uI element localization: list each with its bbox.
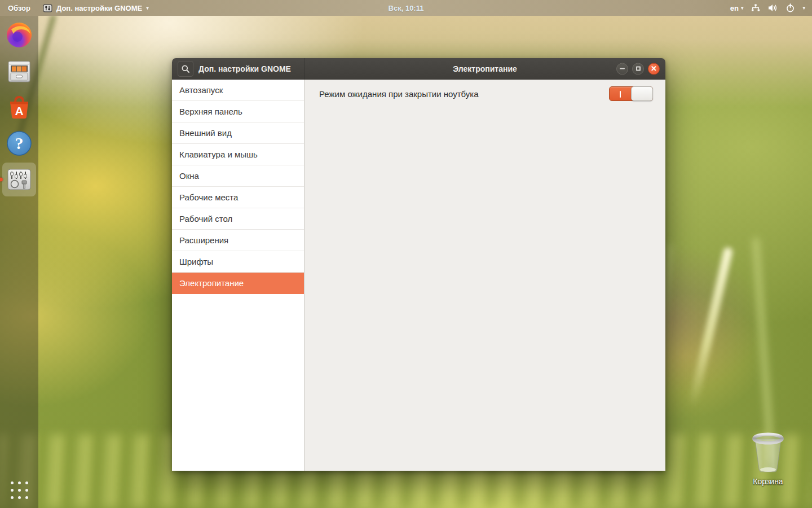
sidebar-item-windows[interactable]: Окна <box>172 165 304 187</box>
chevron-down-icon: ▾ <box>741 5 744 11</box>
power-settings-panel: Режим ожидания при закрытии ноутбука <box>304 80 665 471</box>
search-button[interactable] <box>178 61 193 77</box>
gnome-tweaks-icon <box>6 166 33 193</box>
sidebar-item-fonts[interactable]: Шрифты <box>172 251 304 273</box>
sidebar-item-power[interactable]: Электропитание <box>172 273 304 294</box>
system-menu-chevron-icon[interactable]: ▾ <box>802 5 805 11</box>
app-menu-button[interactable]: Доп. настройки GNOME ▾ <box>43 3 149 13</box>
network-icon[interactable] <box>751 3 761 13</box>
dock-item-firefox[interactable] <box>2 18 36 52</box>
chevron-down-icon: ▾ <box>146 5 149 11</box>
window-controls: ✕ <box>616 63 660 75</box>
window-body: Автозапуск Верхняя панель Внешний вид Кл… <box>172 80 665 471</box>
sidebar-item-desktop[interactable]: Рабочий стол <box>172 208 304 230</box>
suspend-on-lid-close-toggle[interactable] <box>609 86 653 101</box>
titlebar-left-pane: Доп. настройки GNOME <box>172 58 304 79</box>
dock-item-help[interactable]: ? <box>2 126 36 160</box>
trash-icon <box>748 432 788 475</box>
sidebar-item-autostart[interactable]: Автозапуск <box>172 80 304 101</box>
top-bar-left: Обзор Доп. настройки GNOME ▾ <box>0 3 149 13</box>
files-icon <box>6 58 33 85</box>
setting-row: Режим ожидания при закрытии ноутбука <box>304 80 665 108</box>
power-icon[interactable] <box>785 3 795 13</box>
sidebar: Автозапуск Верхняя панель Внешний вид Кл… <box>172 80 304 471</box>
apps-grid-icon <box>11 481 28 499</box>
activities-button[interactable]: Обзор <box>8 4 30 12</box>
panel-title: Электропитание <box>453 64 517 73</box>
tweaks-app-icon <box>43 3 52 13</box>
titlebar[interactable]: Доп. настройки GNOME Электропитание ✕ <box>172 58 665 80</box>
suspend-on-lid-close-label: Режим ожидания при закрытии ноутбука <box>319 89 479 99</box>
svg-text:A: A <box>15 104 23 117</box>
sidebar-item-workspaces[interactable]: Рабочие места <box>172 187 304 208</box>
sidebar-item-appearance[interactable]: Внешний вид <box>172 122 304 144</box>
trash-shortcut[interactable]: Корзина <box>745 432 791 486</box>
toggle-on-mark <box>620 91 621 98</box>
minimize-button[interactable] <box>616 63 628 75</box>
desktop: Обзор Доп. настройки GNOME ▾ Вск, 10:11 <box>0 0 812 508</box>
help-icon: ? <box>6 130 33 157</box>
firefox-icon <box>6 21 33 49</box>
dock: A ? <box>0 16 38 508</box>
svg-text:?: ? <box>15 134 24 152</box>
titlebar-right-pane: Электропитание ✕ <box>304 58 665 79</box>
keyboard-layout-label: en <box>730 4 739 12</box>
dock-item-gnome-tweaks[interactable] <box>2 163 36 196</box>
gnome-tweaks-window: Доп. настройки GNOME Электропитание ✕ Ав… <box>172 58 665 471</box>
dock-item-files[interactable] <box>2 54 36 88</box>
sidebar-item-extensions[interactable]: Расширения <box>172 230 304 251</box>
top-bar: Обзор Доп. настройки GNOME ▾ Вск, 10:11 <box>0 0 812 16</box>
ubuntu-software-icon: A <box>6 94 33 121</box>
sidebar-item-keyboard-mouse[interactable]: Клавиатура и мышь <box>172 144 304 165</box>
sidebar-item-top-bar[interactable]: Верхняя панель <box>172 101 304 122</box>
window-title: Доп. настройки GNOME <box>198 64 291 73</box>
app-menu-label: Доп. настройки GNOME <box>56 4 142 12</box>
volume-icon[interactable] <box>768 3 778 12</box>
dock-item-ubuntu-software[interactable]: A <box>2 90 36 124</box>
keyboard-layout-button[interactable]: en ▾ <box>730 4 744 12</box>
system-status-area: en ▾ <box>730 0 812 16</box>
show-applications-button[interactable] <box>6 476 33 503</box>
maximize-button[interactable] <box>632 63 644 75</box>
toggle-knob[interactable] <box>631 86 653 101</box>
trash-label: Корзина <box>753 477 783 486</box>
close-button[interactable]: ✕ <box>648 63 660 75</box>
